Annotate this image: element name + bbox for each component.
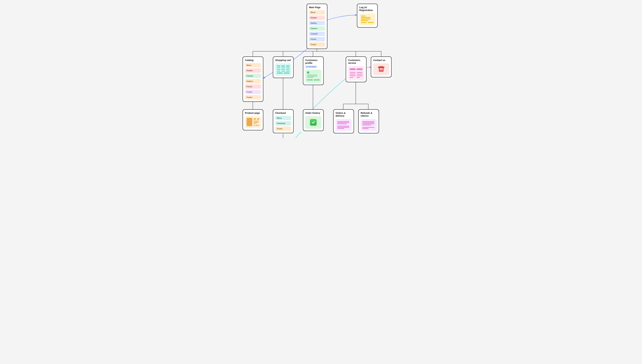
node-order-history[interactable]: Order history [303,109,324,131]
cart-title: Shopping cart [275,59,291,62]
order-history-title: Order history [305,112,321,114]
profile-thumbnail [305,70,321,83]
main-page-title: Main Page [309,6,325,9]
order-history-thumbnail [305,116,321,129]
svg-rect-17 [379,68,383,70]
node-orders-delivery[interactable]: Orders & delivery [333,109,354,133]
checkout-section-checkout: Checkout [275,121,291,126]
profile-title: Customers profile [305,59,321,64]
node-refunds[interactable]: Refunds & returns [358,109,379,133]
node-login[interactable]: Log in/ Registration [357,4,378,28]
contact-thumbnail [373,63,389,75]
catalog-section-header: Header [245,68,261,73]
product-thumbnail [245,116,261,128]
checkmark-icon [310,119,317,126]
catalog-section-footer: Footer [245,95,261,100]
catalog-section-menu: Menu [245,63,261,67]
catalog-section-gallery: Gallery [245,79,261,84]
checkout-sections: MenuCheckoutFooter [275,116,291,131]
svg-rect-19 [381,70,381,70]
svg-rect-20 [382,70,383,70]
main-page-section-menu: Menu [309,10,325,14]
checkout-title: Checkout [275,112,291,114]
node-main-page[interactable]: Main Page MenuHeaderGalleryFeatureConten… [307,4,327,49]
checkout-section-footer: Footer [275,126,291,131]
svg-rect-18 [380,70,380,70]
phone-icon [377,66,385,72]
node-catalog[interactable]: Catalog MenuHeaderFeatureGalleryFormsFoo… [243,56,263,102]
main-page-section-forms: Forms [309,37,325,41]
svg-rect-22 [381,71,381,71]
profile-status-badge: IN PROGRESS [305,66,317,68]
catalog-section-footer: Footer [245,90,261,94]
node-service[interactable]: Customers service [346,56,366,82]
main-page-sections: MenuHeaderGalleryFeatureContentFormsFoot… [309,10,325,47]
service-title: Customers service [348,59,364,64]
node-checkout[interactable]: Checkout MenuCheckoutFooter [273,109,294,133]
catalog-title: Catalog [245,59,261,62]
catalog-section-feature: Feature [245,74,261,78]
node-profile[interactable]: Customers profile IN PROGRESS [303,56,324,85]
checkout-section-menu: Menu [275,116,291,120]
catalog-sections: MenuHeaderFeatureGalleryFormsFooterFoote… [245,63,261,100]
main-page-section-header: Header [309,16,325,20]
node-contact[interactable]: Contact us [371,56,392,78]
orders-delivery-thumbnail [336,119,352,131]
product-title: Product page [245,112,261,114]
main-page-section-footer: Footer [309,42,325,47]
refunds-title: Refunds & returns [361,112,377,117]
refunds-thumbnail [361,119,377,131]
service-thumbnail [348,66,364,80]
login-title: Log in/ Registration [359,6,375,12]
main-page-section-gallery: Gallery [309,21,325,25]
node-product[interactable]: Product page [243,109,263,130]
node-cart[interactable]: Shopping cart [273,56,294,78]
contact-title: Contact us [373,59,389,62]
login-thumbnail [359,13,375,25]
svg-rect-23 [382,71,383,71]
orders-delivery-title: Orders & delivery [336,112,352,117]
main-page-section-content: Content [309,32,325,36]
catalog-section-forms: Forms [245,84,261,89]
svg-rect-21 [380,71,380,71]
cart-thumbnail [275,63,291,76]
main-page-section-feature: Feature [309,26,325,30]
